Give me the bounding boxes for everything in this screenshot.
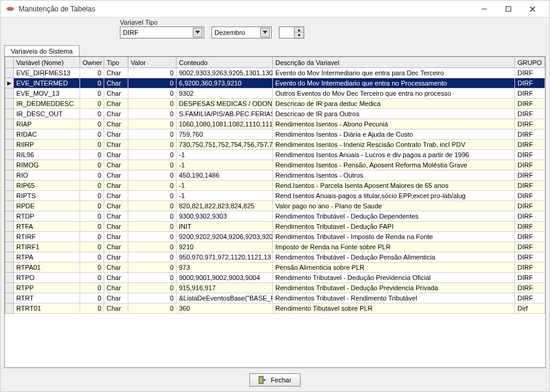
cell-grupo: DIRF	[515, 273, 545, 283]
cell-owner: 0	[80, 119, 104, 129]
spinner-input[interactable]	[280, 27, 294, 38]
numeric-spinner[interactable]: ▲ ▼	[279, 26, 304, 39]
svg-rect-2	[506, 7, 511, 11]
grid-header-desc[interactable]: Descrição da Variavel	[273, 57, 515, 68]
table-row[interactable]: RTDP0Char09300,9302,9303Rendimentos Trib…	[5, 211, 545, 222]
svg-rect-8	[260, 377, 263, 383]
cell-owner: 0	[80, 129, 104, 140]
cell-grupo: DIRF	[515, 211, 545, 222]
cell-grupo: DIRF	[515, 191, 545, 201]
cell-owner: 0	[80, 78, 104, 89]
cell-valor: 0	[128, 150, 177, 160]
cell-nome: RTDP	[14, 211, 80, 222]
grid-header-valor[interactable]: Valor	[128, 57, 177, 68]
grid-header-conteudo[interactable]: Conteudo	[177, 57, 273, 68]
tab-variaveis-sistema[interactable]: Variaveis do Sistema	[4, 45, 80, 57]
grid-header-owner[interactable]: Owner	[80, 57, 104, 68]
table-row[interactable]: RTRT010Char0360Rendimento Tibutavel sobr…	[5, 303, 545, 314]
cell-conteudo: -1	[177, 181, 273, 191]
cell-owner: 0	[80, 68, 104, 78]
cell-nome: RIMOG	[14, 160, 80, 170]
cell-nome: RIPTS	[14, 191, 80, 201]
cell-grupo: DIRF	[515, 160, 545, 170]
table-row[interactable]: EVE_MOV_130Char09302Outros Eventos do Mo…	[5, 89, 545, 99]
minimize-button[interactable]	[472, 1, 496, 17]
row-marker	[5, 201, 14, 211]
table-row[interactable]: RIMOG0Char0-1Rendimentos Isentos - Pensã…	[5, 160, 545, 170]
cell-valor: 0	[128, 191, 177, 201]
cell-conteudo: -1	[177, 191, 273, 201]
cell-tipo: Char	[104, 293, 128, 303]
cell-desc: Evento do Mov Intermediario que entra no…	[273, 78, 515, 89]
spinner-down-icon[interactable]: ▼	[295, 33, 304, 38]
table-row[interactable]: RTPP0Char0915,916,917Rendimentos Tributa…	[5, 283, 545, 293]
table-row[interactable]: RTIRF0Char09200,9202,9204,9206,9203,920R…	[5, 232, 545, 242]
cell-grupo: DIRF	[515, 293, 545, 303]
cell-owner: 0	[80, 170, 104, 181]
exit-icon	[258, 376, 267, 384]
cell-conteudo: 9000,9001,9002,9003,9004	[177, 273, 273, 283]
fechar-button[interactable]: Fechar	[249, 373, 300, 387]
table-row[interactable]: RIAP0Char01060,1080,1081,1082,1110,111Re…	[5, 119, 545, 129]
cell-valor: 0	[128, 242, 177, 252]
table-row[interactable]: RTRT0Char0&ListaDeEventosBase("BASE_PRen…	[5, 293, 545, 303]
cell-owner: 0	[80, 181, 104, 191]
row-marker	[5, 68, 14, 78]
table-row[interactable]: RTPA0Char0950,970,971,972,1120,1121,13Re…	[5, 252, 545, 263]
table-row[interactable]: IR_DESC_OUT0Char0S.FAMILIA/PIS/AB.PEC.FE…	[5, 109, 545, 119]
grid-header-tipo[interactable]: Tipo	[104, 57, 128, 68]
cell-owner: 0	[80, 99, 104, 109]
cell-nome: IR_DEDMEDDESC	[14, 99, 80, 109]
cell-desc: Rend.Isentos - Parcela Isenta Aposent Ma…	[273, 181, 515, 191]
mes-dropdown[interactable]: Dezembro	[211, 26, 272, 39]
row-marker	[5, 303, 14, 314]
cell-nome: EVE_MOV_13	[14, 89, 80, 99]
row-marker	[5, 89, 14, 99]
row-marker	[5, 181, 14, 191]
table-row[interactable]: RTPA010Char0973Pensão Alimenticia sobre …	[5, 263, 545, 273]
table-row[interactable]: RTPO0Char09000,9001,9002,9003,9004Rendim…	[5, 273, 545, 283]
table-row[interactable]: RIO0Char0450,190,1486Rendimentos Isentos…	[5, 170, 545, 181]
row-marker	[5, 273, 14, 283]
table-row[interactable]: RPDE0Char0820,821,822,823,824,825Valor p…	[5, 201, 545, 211]
maximize-button[interactable]	[496, 1, 520, 17]
cell-grupo: Dirf	[515, 303, 545, 314]
grid-header-row: Variável (Nome) Owner Tipo Valor Conteud…	[5, 57, 545, 68]
data-grid[interactable]: Variável (Nome) Owner Tipo Valor Conteud…	[4, 56, 546, 368]
svg-marker-5	[195, 31, 200, 34]
cell-owner: 0	[80, 263, 104, 273]
cell-desc: Descricao de IR para deduc Medica	[273, 99, 515, 109]
chevron-down-icon	[260, 28, 270, 37]
cell-desc: Rendimento Tibutavel sobre PLR	[273, 303, 515, 314]
cell-valor: 0	[128, 68, 177, 78]
table-row[interactable]: EVE_DIRFMES130Char09002,9303,9263,9205,1…	[5, 68, 545, 78]
cell-desc: Descricao de IR para Outros	[273, 109, 515, 119]
cell-grupo: DIRF	[515, 222, 545, 232]
grid-header-grupo[interactable]: GRUPO	[515, 57, 545, 68]
table-row[interactable]: RIDAC0Char0759,760Rendimentos Isentos - …	[5, 129, 545, 140]
cell-owner: 0	[80, 109, 104, 119]
table-row[interactable]: EVE_INTERMED0Char06,9200,360,973,9210Eve…	[5, 78, 545, 89]
table-row[interactable]: IR_DEDMEDDESC0Char0DESPESAS MEDICAS / OD…	[5, 99, 545, 109]
table-row[interactable]: RTIRF10Char09210Imposto de Renda na Font…	[5, 242, 545, 252]
cell-nome: RIL96	[14, 150, 80, 160]
cell-desc: Pensão Alimenticia sobre PLR	[273, 263, 515, 273]
cell-tipo: Char	[104, 119, 128, 129]
cell-desc: Rendimentos Tributavel - Imposto de Rend…	[273, 232, 515, 242]
table-row[interactable]: RIL960Char0-1Rendimentos Isentos Anuais …	[5, 150, 545, 160]
table-row[interactable]: RIPTS0Char0-1Rend Isentos Anuais-pagos a…	[5, 191, 545, 201]
variavel-tipo-value: DIRF	[123, 29, 192, 36]
spinner-up-icon[interactable]: ▲	[295, 27, 304, 33]
close-button[interactable]	[520, 1, 545, 17]
svg-marker-9	[264, 379, 266, 381]
table-row[interactable]: RTFA0Char0INITRendimentos Tributavel - D…	[5, 222, 545, 232]
grid-header-nome[interactable]: Variável (Nome)	[14, 57, 80, 68]
variavel-tipo-dropdown[interactable]: DIRF	[120, 26, 204, 39]
grid-header-marker[interactable]	[5, 57, 14, 68]
cell-tipo: Char	[104, 89, 128, 99]
table-row[interactable]: RIP650Char0-1Rend.Isentos - Parcela Isen…	[5, 181, 545, 191]
cell-conteudo: 759,760	[177, 129, 273, 140]
cell-nome: RTFA	[14, 222, 80, 232]
cell-valor: 0	[128, 109, 177, 119]
table-row[interactable]: RIIRP0Char0730,750,751,752,754,756,757,7…	[5, 140, 545, 150]
